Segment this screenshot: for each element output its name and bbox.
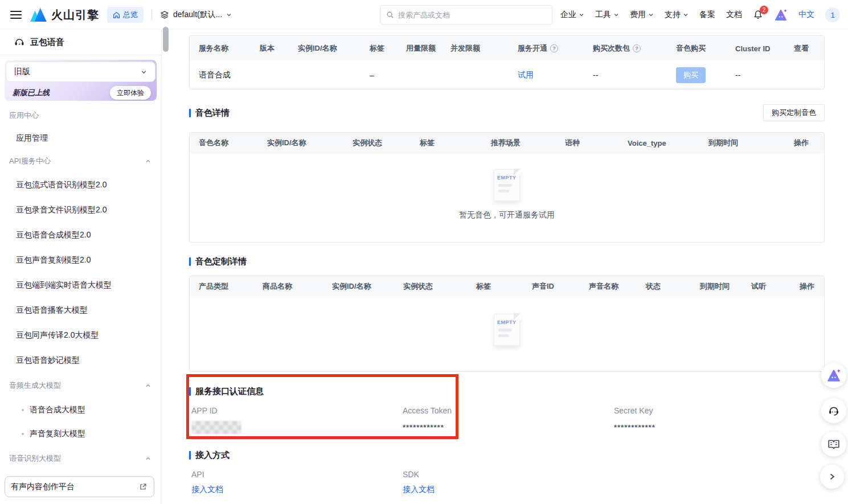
overview-nav-button[interactable]: 总览 — [107, 7, 144, 23]
nav-menu-billing[interactable]: 费用 — [630, 10, 654, 20]
volcengine-logo-icon — [30, 8, 47, 22]
search-icon — [386, 11, 394, 19]
ai-assistant-fab[interactable] — [821, 363, 846, 388]
cell-package: -- — [584, 71, 667, 80]
col-instance-status: 实例状态 — [343, 138, 411, 148]
col-tag: 标签 — [360, 43, 397, 54]
sidebar-item-tts-large[interactable]: 语音合成大模型 — [0, 398, 161, 422]
chevron-down-icon — [683, 12, 689, 18]
search-input[interactable] — [398, 11, 546, 19]
group-asr[interactable]: 语音识别大模型 — [0, 446, 161, 471]
secret-key-label: Secret Key — [614, 406, 825, 415]
support-fab[interactable] — [821, 398, 846, 423]
secret-key-field: Secret Key ************ — [614, 406, 825, 434]
audio-content-platform-link[interactable]: 有声内容创作平台 — [5, 476, 154, 497]
help-icon[interactable]: ? — [550, 44, 558, 52]
sidebar-item-clone-large[interactable]: 声音复刻大模型 — [0, 422, 161, 446]
app-id-field: APP ID — [191, 406, 403, 434]
title-accent-bar — [189, 451, 191, 460]
version-select[interactable]: 旧版 — [6, 62, 155, 82]
voice-detail-header: 音色名称 实例ID/名称 实例状态 标签 推荐场景 语种 Voice_type … — [190, 133, 824, 153]
sidebar-item-voice-clone-2[interactable]: 豆包声音复刻模型2.0 — [0, 248, 161, 273]
sidebar-item-e2e-realtime[interactable]: 豆包端到端实时语音大模型 — [0, 273, 161, 298]
help-icon[interactable]: ? — [633, 44, 641, 52]
group-audio-gen[interactable]: 音频生成大模型 — [0, 373, 161, 398]
hamburger-menu-icon[interactable] — [10, 11, 22, 19]
col-actions: 操作 — [785, 138, 824, 148]
secret-key-value: ************ — [614, 423, 656, 432]
workspace-name: default(默认... — [173, 10, 222, 20]
buy-button[interactable]: 购买 — [676, 67, 706, 83]
col-actions: 操作 — [790, 281, 824, 292]
voice-detail-table: 音色名称 实例ID/名称 实例状态 标签 推荐场景 语种 Voice_type … — [189, 132, 825, 243]
sidebar: 豆包语音 旧版 新版已上线 立即体验 应用中心 应用管理 API服务中心 豆包流… — [0, 30, 162, 504]
col-instance-status: 实例状态 — [394, 281, 467, 292]
home-icon — [113, 11, 120, 19]
docs-fab[interactable] — [821, 432, 846, 457]
volcengine-logo[interactable]: 火山引擎 — [30, 7, 99, 23]
empty-doc-icon: EMPTY — [494, 314, 520, 346]
sidebar-title: 豆包语音 — [30, 37, 64, 48]
nav-menu-icp[interactable]: 备案 — [699, 10, 715, 20]
col-instance-id: 实例ID/名称 — [289, 43, 360, 54]
headset-icon — [827, 404, 840, 417]
try-new-version-button[interactable]: 立即体验 — [110, 86, 151, 100]
col-instance-id: 实例ID/名称 — [258, 138, 343, 148]
voice-custom-table: 产品类型 商品名称 实例ID/名称 实例状态 标签 声音ID 声音名称 状态 到… — [189, 276, 825, 372]
bullet-dot — [22, 433, 24, 435]
api-doc-link[interactable]: 接入文档 — [191, 485, 403, 495]
nav-menu-enterprise[interactable]: 企业 — [560, 10, 584, 20]
access-token-label: Access Token — [403, 406, 614, 415]
scrollbar-thumb[interactable] — [163, 27, 169, 52]
chevron-down-icon — [579, 12, 584, 18]
sidebar-item-file-asr-2[interactable]: 豆包录音文件识别模型2.0 — [0, 198, 161, 223]
collapse-fab[interactable] — [820, 465, 844, 489]
top-navbar: 火山引擎 总览 default(默认... 企业 — [0, 0, 848, 30]
open-book-icon — [827, 439, 840, 449]
voice-detail-empty-state: EMPTY 暂无音色，可开通服务试用 — [190, 153, 824, 242]
nav-menu-tools[interactable]: 工具 — [595, 10, 619, 20]
sidebar-item-app-manage[interactable]: 应用管理 — [0, 127, 161, 150]
voice-app-icon — [14, 36, 25, 48]
version-banner: 旧版 新版已上线 立即体验 — [5, 60, 157, 101]
main-content: 服务名称 版本 实例ID/名称 标签 用量限额 并发限额 服务开通 ? 购买次数… — [162, 30, 848, 504]
sidebar-item-simul-translate[interactable]: 豆包同声传译2.0大模型 — [0, 323, 161, 348]
col-service-open: 服务开通 ? — [509, 43, 584, 54]
app-id-masked-value — [191, 421, 241, 434]
chevron-up-icon — [145, 456, 151, 461]
nav-menu-docs[interactable]: 文档 — [726, 10, 742, 20]
app-id-label: APP ID — [191, 406, 403, 415]
title-accent-bar — [189, 257, 191, 266]
sidebar-item-tts-2[interactable]: 豆包语音合成模型2.0 — [0, 223, 161, 248]
trial-link[interactable]: 试用 — [518, 70, 534, 79]
voice-custom-header: 产品类型 商品名称 实例ID/名称 实例状态 标签 声音ID 声音名称 状态 到… — [190, 276, 824, 297]
overview-label: 总览 — [123, 10, 138, 20]
access-token-value: ************ — [403, 423, 444, 432]
chevron-up-icon[interactable] — [145, 158, 151, 164]
workspace-selector[interactable]: default(默认... — [160, 10, 232, 20]
notification-bell-icon[interactable]: 2 — [753, 10, 763, 20]
sdk-doc-link[interactable]: 接入文档 — [403, 485, 614, 495]
col-voice-name: 音色名称 — [190, 138, 258, 148]
notification-badge: 2 — [760, 6, 768, 14]
col-expire-time: 到期时间 — [691, 281, 742, 292]
chevron-down-icon — [226, 12, 232, 18]
nav-menu-support[interactable]: 支持 — [665, 10, 689, 20]
col-audition: 试听 — [742, 281, 790, 292]
nav-divider — [151, 10, 152, 20]
brand-name: 火山引擎 — [51, 7, 99, 23]
col-sound-id: 声音ID — [523, 281, 580, 292]
section-app-center: 应用中心 — [0, 104, 161, 127]
ai-assistant-icon[interactable] — [774, 9, 788, 21]
sidebar-item-miaoji[interactable]: 豆包语音妙记模型 — [0, 348, 161, 373]
title-accent-bar — [189, 387, 191, 396]
buy-custom-voice-button[interactable]: 购买定制音色 — [763, 104, 825, 121]
sidebar-menu: 应用中心 应用管理 API服务中心 豆包流式语音识别模型2.0 豆包录音文件识别… — [0, 101, 161, 491]
sidebar-item-podcast[interactable]: 豆包语音播客大模型 — [0, 298, 161, 323]
sdk-access: SDK 接入文档 — [403, 470, 614, 495]
sidebar-item-streaming-asr-2[interactable]: 豆包流式语音识别模型2.0 — [0, 173, 161, 198]
language-switch[interactable]: 中文 — [798, 10, 814, 20]
avatar[interactable]: 1 — [825, 7, 840, 22]
title-accent-bar — [189, 109, 191, 117]
cell-cluster-id: -- — [726, 71, 785, 80]
